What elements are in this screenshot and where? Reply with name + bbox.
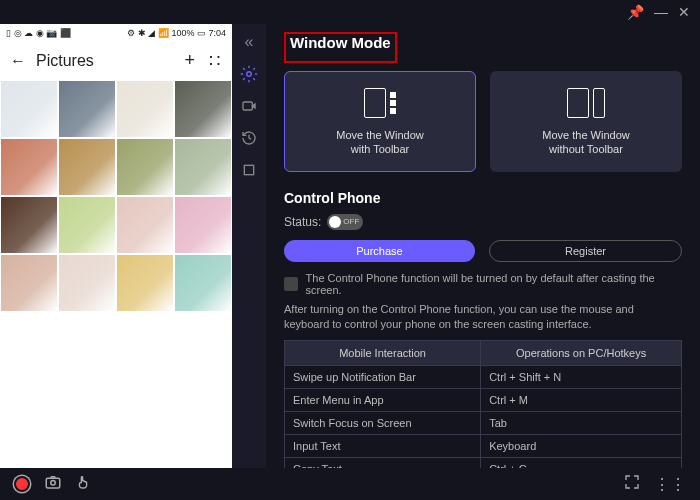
- table-row: Enter Menu in AppCtrl + M: [285, 389, 682, 412]
- mode2-label: Move the Window without Toolbar: [542, 128, 629, 157]
- table-row: Copy TextCtrl + C: [285, 458, 682, 468]
- status-label: Status:: [284, 215, 321, 229]
- th-pc: Operations on PC/Hotkeys: [481, 341, 682, 366]
- pc-hotkey: Ctrl + M: [481, 389, 682, 412]
- table-row: Input TextKeyboard: [285, 435, 682, 458]
- svg-rect-3: [46, 478, 60, 488]
- mobile-action: Switch Focus on Screen: [285, 412, 481, 435]
- window-mode-title: Window Mode: [290, 34, 391, 51]
- phone-screen: ▯ ◎ ☁ ◉ 📷 ⬛ ⚙ ✱ ◢ 📶 100% ▭ 7:04 ← Pictur…: [0, 24, 232, 468]
- mode-with-toolbar[interactable]: Move the Window with Toolbar: [284, 71, 476, 172]
- hotkey-table: Mobile Interaction Operations on PC/Hotk…: [284, 340, 682, 468]
- mobile-action: Swipe up Notification Bar: [285, 366, 481, 389]
- photo-thumb[interactable]: [116, 254, 174, 312]
- phone-statusbar: ▯ ◎ ☁ ◉ 📷 ⬛ ⚙ ✱ ◢ 📶 100% ▭ 7:04: [0, 24, 232, 42]
- photo-thumb[interactable]: [0, 196, 58, 254]
- svg-rect-1: [243, 102, 252, 110]
- crop-icon[interactable]: [239, 160, 259, 180]
- photo-thumb[interactable]: [116, 196, 174, 254]
- pin-icon[interactable]: 📌: [627, 4, 644, 20]
- checkbox-label: The Control Phone function will be turne…: [306, 272, 682, 296]
- statusbar-right: ⚙ ✱ ◢ 📶 100% ▭ 7:04: [127, 28, 226, 38]
- photo-thumb[interactable]: [0, 254, 58, 312]
- photo-thumb[interactable]: [174, 80, 232, 138]
- table-row: Switch Focus on ScreenTab: [285, 412, 682, 435]
- history-icon[interactable]: [239, 128, 259, 148]
- svg-point-4: [51, 481, 56, 486]
- photo-thumb[interactable]: [116, 138, 174, 196]
- control-note: After turning on the Control Phone funct…: [284, 302, 682, 333]
- phone-header: ← Pictures + ∷: [0, 42, 232, 80]
- settings-gear-icon[interactable]: [239, 64, 259, 84]
- photo-thumb[interactable]: [58, 196, 116, 254]
- svg-rect-2: [244, 165, 253, 174]
- photo-thumb[interactable]: [0, 80, 58, 138]
- photo-thumb[interactable]: [58, 80, 116, 138]
- phone-title: Pictures: [36, 52, 94, 70]
- bottombar: ⋮⋮: [0, 468, 700, 500]
- photo-grid[interactable]: [0, 80, 232, 468]
- pc-hotkey: Tab: [481, 412, 682, 435]
- window-mode-highlight: Window Mode: [284, 32, 397, 63]
- record-button[interactable]: [14, 476, 30, 492]
- photo-thumb[interactable]: [58, 138, 116, 196]
- window-toolbar-icon: [364, 86, 396, 120]
- default-on-checkbox[interactable]: [284, 277, 298, 291]
- mobile-action: Copy Text: [285, 458, 481, 468]
- mobile-action: Input Text: [285, 435, 481, 458]
- camera-icon[interactable]: [44, 473, 62, 495]
- menu-dots-icon[interactable]: ⋮⋮: [654, 475, 686, 494]
- photo-thumb[interactable]: [0, 138, 58, 196]
- collapse-icon[interactable]: «: [239, 32, 259, 52]
- photo-thumb[interactable]: [58, 254, 116, 312]
- photo-thumb[interactable]: [174, 254, 232, 312]
- mode-without-toolbar[interactable]: Move the Window without Toolbar: [490, 71, 682, 172]
- status-toggle[interactable]: OFF: [327, 214, 363, 230]
- more-icon[interactable]: ∷: [209, 50, 222, 72]
- control-phone-title: Control Phone: [284, 190, 682, 206]
- photo-thumb[interactable]: [174, 138, 232, 196]
- purchase-button[interactable]: Purchase: [284, 240, 475, 262]
- statusbar-left: ▯ ◎ ☁ ◉ 📷 ⬛: [6, 28, 71, 38]
- photo-thumb[interactable]: [174, 196, 232, 254]
- table-row: Swipe up Notification BarCtrl + Shift + …: [285, 366, 682, 389]
- photo-thumb[interactable]: [116, 80, 174, 138]
- register-button[interactable]: Register: [489, 240, 682, 262]
- pointer-icon[interactable]: [76, 474, 92, 494]
- side-toolbar: «: [232, 24, 266, 468]
- window-plain-icon: [567, 86, 605, 120]
- pc-hotkey: Ctrl + Shift + N: [481, 366, 682, 389]
- back-arrow-icon[interactable]: ←: [10, 52, 26, 70]
- add-icon[interactable]: +: [184, 50, 195, 72]
- minimize-button[interactable]: —: [654, 4, 668, 20]
- pc-hotkey: Keyboard: [481, 435, 682, 458]
- close-button[interactable]: ✕: [678, 4, 690, 20]
- th-mobile: Mobile Interaction: [285, 341, 481, 366]
- fullscreen-icon[interactable]: [624, 474, 640, 494]
- mobile-action: Enter Menu in App: [285, 389, 481, 412]
- pc-hotkey: Ctrl + C: [481, 458, 682, 468]
- settings-panel: Window Mode Move the Window with Toolbar…: [266, 24, 700, 468]
- record-rect-icon[interactable]: [239, 96, 259, 116]
- svg-point-0: [247, 72, 252, 77]
- titlebar: 📌 — ✕: [0, 0, 700, 24]
- mode1-label: Move the Window with Toolbar: [336, 128, 423, 157]
